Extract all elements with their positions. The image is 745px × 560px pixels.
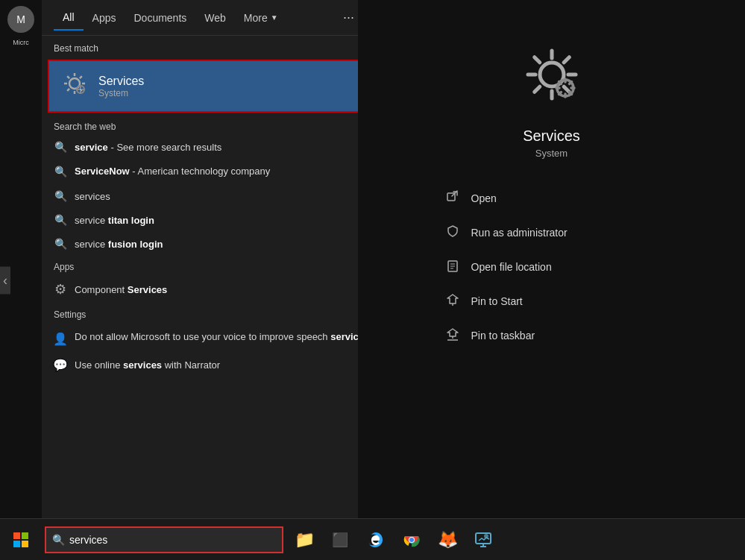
left-sidebar: M Micrc bbox=[0, 0, 42, 518]
web-result-text-1: service - See more search results bbox=[75, 142, 388, 153]
right-panel-actions: Open Run as administrator Open file loca… bbox=[433, 183, 671, 351]
search-icon-5: 🔍 bbox=[54, 238, 67, 250]
tab-apps[interactable]: Apps bbox=[84, 6, 125, 30]
action-open-file-location[interactable]: Open file location bbox=[433, 251, 671, 283]
services-icon bbox=[61, 70, 88, 102]
tab-more[interactable]: More ▼ bbox=[235, 6, 287, 30]
tab-all[interactable]: All bbox=[54, 5, 84, 31]
settings-narrator-text: Use online services with Narrator bbox=[75, 359, 388, 371]
chrome-button[interactable] bbox=[397, 525, 427, 555]
web-result-text-5: service fusion login bbox=[75, 239, 388, 250]
svg-rect-9 bbox=[22, 541, 28, 547]
speech-icon: 👤 bbox=[54, 332, 67, 346]
search-icon-3: 🔍 bbox=[54, 190, 67, 202]
web-result-service[interactable]: 🔍 service - See more search results › bbox=[42, 135, 400, 159]
settings-speech-text: Do not allow Microsoft to use your voice… bbox=[75, 330, 388, 344]
action-pin-to-start[interactable]: Pin to Start bbox=[433, 286, 671, 317]
right-panel-subtitle: System bbox=[535, 148, 568, 159]
search-magnifier-icon: 🔍 bbox=[52, 534, 65, 546]
search-box[interactable]: 🔍 bbox=[45, 526, 283, 553]
chevron-down-icon: ▼ bbox=[271, 13, 278, 22]
terminal-icon: ⬛ bbox=[332, 532, 348, 548]
folder-icon: 📁 bbox=[295, 530, 315, 550]
best-match-item[interactable]: Services System bbox=[48, 60, 394, 113]
settings-speech-item[interactable]: 👤 Do not allow Microsoft to use your voi… bbox=[42, 323, 400, 352]
cmd-button[interactable]: ⬛ bbox=[325, 525, 355, 555]
start-button[interactable] bbox=[0, 519, 42, 561]
action-open-label: Open bbox=[471, 192, 497, 204]
tab-web[interactable]: Web bbox=[195, 6, 235, 30]
web-result-text-4: service titan login bbox=[75, 215, 388, 226]
search-icon-4: 🔍 bbox=[54, 214, 67, 226]
avatar: M bbox=[7, 6, 34, 33]
tabs-bar: All Apps Documents Web More ▼ ··· ✕ bbox=[42, 0, 400, 36]
open-icon bbox=[444, 190, 461, 207]
taskbar-icons: 📁 ⬛ 🦊 bbox=[289, 525, 498, 555]
app-label: Micrc bbox=[11, 39, 31, 46]
action-open[interactable]: Open bbox=[433, 183, 671, 214]
component-services-item[interactable]: ⚙ Component Services › bbox=[42, 275, 400, 303]
search-icon: 🔍 bbox=[54, 141, 67, 153]
apps-section-label: Apps bbox=[42, 256, 400, 275]
action-file-location-label: Open file location bbox=[471, 261, 552, 273]
web-result-text-2: ServiceNow - American technology company bbox=[75, 165, 388, 178]
chrome-icon bbox=[403, 531, 421, 549]
right-panel: Services System Open Run as administrato… bbox=[358, 0, 745, 518]
action-run-admin-label: Run as administrator bbox=[471, 227, 568, 239]
component-services-text: Component Services bbox=[75, 284, 388, 295]
right-panel-gear-icon bbox=[522, 45, 582, 116]
edge-button[interactable] bbox=[361, 525, 391, 555]
action-pin-taskbar-label: Pin to taskbar bbox=[471, 330, 535, 342]
edge-icon bbox=[367, 531, 385, 549]
web-result-fusion[interactable]: 🔍 service fusion login › bbox=[42, 232, 400, 256]
action-run-as-admin[interactable]: Run as administrator bbox=[433, 217, 671, 248]
monitor-icon bbox=[474, 531, 492, 549]
best-match-type: System bbox=[98, 88, 144, 98]
search-panel: All Apps Documents Web More ▼ ··· ✕ Best… bbox=[42, 0, 400, 518]
best-match-text: Services System bbox=[98, 75, 144, 98]
action-pin-start-label: Pin to Start bbox=[471, 295, 523, 307]
firefox-icon: 🦊 bbox=[438, 530, 458, 550]
svg-rect-7 bbox=[22, 532, 28, 539]
web-result-titan[interactable]: 🔍 service titan login › bbox=[42, 208, 400, 232]
search-web-label: Search the web bbox=[42, 116, 400, 135]
file-location-icon bbox=[444, 259, 461, 275]
tab-documents[interactable]: Documents bbox=[125, 6, 195, 30]
settings-section-label: Settings bbox=[42, 303, 400, 323]
web-result-services[interactable]: 🔍 services › bbox=[42, 184, 400, 208]
left-expand-arrow[interactable]: ‹ bbox=[0, 266, 10, 294]
action-pin-to-taskbar[interactable]: Pin to taskbar bbox=[433, 320, 671, 351]
more-options-button[interactable]: ··· bbox=[337, 7, 360, 28]
component-services-icon: ⚙ bbox=[54, 281, 67, 298]
best-match-name: Services bbox=[98, 75, 144, 88]
search-input[interactable] bbox=[69, 534, 256, 546]
pin-start-icon bbox=[444, 293, 461, 309]
narrator-icon: 💬 bbox=[54, 358, 67, 372]
firefox-button[interactable]: 🦊 bbox=[433, 525, 462, 555]
settings-narrator-item[interactable]: 💬 Use online services with Narrator › bbox=[42, 352, 400, 378]
web-result-text-3: services bbox=[75, 191, 388, 202]
web-result-servicenow[interactable]: 🔍 ServiceNow - American technology compa… bbox=[42, 159, 400, 184]
file-explorer-button[interactable]: 📁 bbox=[289, 525, 319, 555]
admin-icon bbox=[444, 224, 461, 241]
search-icon-2: 🔍 bbox=[54, 166, 67, 177]
svg-rect-8 bbox=[13, 541, 20, 547]
svg-rect-6 bbox=[13, 532, 20, 539]
svg-point-12 bbox=[409, 538, 414, 542]
taskbar: 🔍 📁 ⬛ 🦊 bbox=[0, 518, 745, 560]
monitor-button[interactable] bbox=[468, 525, 498, 555]
right-panel-title: Services bbox=[523, 128, 580, 145]
best-match-label: Best match bbox=[42, 36, 400, 57]
pin-taskbar-icon bbox=[444, 327, 461, 344]
